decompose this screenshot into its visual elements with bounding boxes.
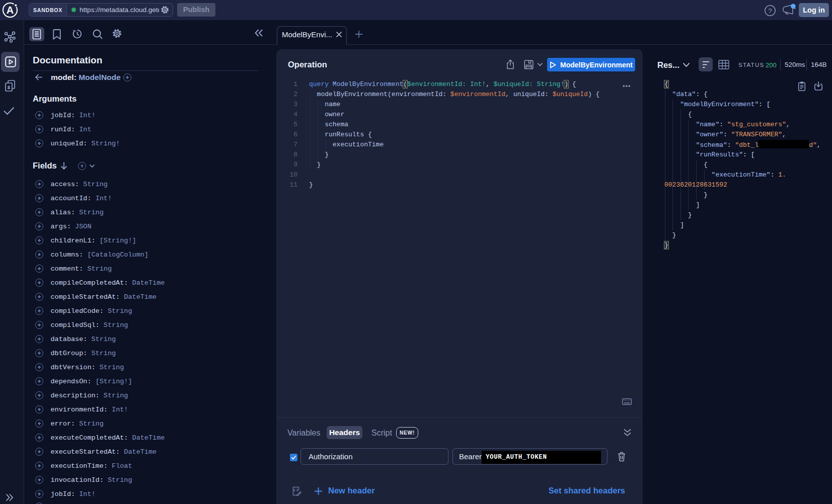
svg-text:A: A: [7, 5, 14, 16]
svg-text:?: ?: [768, 7, 772, 15]
